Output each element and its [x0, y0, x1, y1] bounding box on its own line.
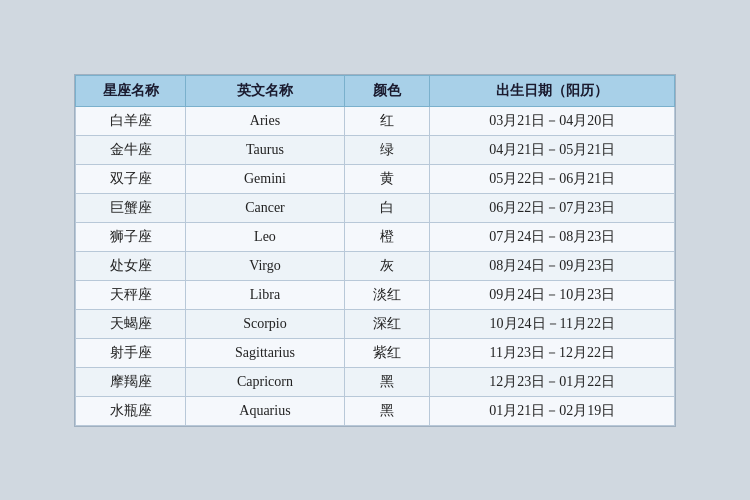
cell-english: Libra: [186, 280, 345, 309]
cell-chinese: 处女座: [76, 251, 186, 280]
cell-date: 09月24日－10月23日: [430, 280, 675, 309]
cell-date: 06月22日－07月23日: [430, 193, 675, 222]
table-row: 处女座Virgo灰08月24日－09月23日: [76, 251, 675, 280]
table-row: 双子座Gemini黄05月22日－06月21日: [76, 164, 675, 193]
cell-chinese: 狮子座: [76, 222, 186, 251]
header-chinese: 星座名称: [76, 75, 186, 106]
table-row: 射手座Sagittarius紫红11月23日－12月22日: [76, 338, 675, 367]
table-body: 白羊座Aries红03月21日－04月20日金牛座Taurus绿04月21日－0…: [76, 106, 675, 425]
table-header-row: 星座名称 英文名称 颜色 出生日期（阳历）: [76, 75, 675, 106]
cell-color: 黄: [344, 164, 430, 193]
cell-chinese: 水瓶座: [76, 396, 186, 425]
cell-english: Scorpio: [186, 309, 345, 338]
table-row: 天蝎座Scorpio深红10月24日－11月22日: [76, 309, 675, 338]
cell-chinese: 天蝎座: [76, 309, 186, 338]
cell-color: 黑: [344, 396, 430, 425]
cell-date: 05月22日－06月21日: [430, 164, 675, 193]
header-english: 英文名称: [186, 75, 345, 106]
cell-english: Sagittarius: [186, 338, 345, 367]
table-row: 天秤座Libra淡红09月24日－10月23日: [76, 280, 675, 309]
cell-english: Virgo: [186, 251, 345, 280]
zodiac-table-wrapper: 星座名称 英文名称 颜色 出生日期（阳历） 白羊座Aries红03月21日－04…: [74, 74, 676, 427]
header-color: 颜色: [344, 75, 430, 106]
header-date: 出生日期（阳历）: [430, 75, 675, 106]
table-row: 摩羯座Capricorn黑12月23日－01月22日: [76, 367, 675, 396]
cell-english: Aries: [186, 106, 345, 135]
cell-chinese: 双子座: [76, 164, 186, 193]
cell-color: 深红: [344, 309, 430, 338]
cell-chinese: 摩羯座: [76, 367, 186, 396]
cell-chinese: 天秤座: [76, 280, 186, 309]
cell-date: 10月24日－11月22日: [430, 309, 675, 338]
table-row: 水瓶座Aquarius黑01月21日－02月19日: [76, 396, 675, 425]
cell-color: 紫红: [344, 338, 430, 367]
cell-date: 01月21日－02月19日: [430, 396, 675, 425]
cell-color: 红: [344, 106, 430, 135]
cell-chinese: 射手座: [76, 338, 186, 367]
cell-chinese: 金牛座: [76, 135, 186, 164]
table-row: 巨蟹座Cancer白06月22日－07月23日: [76, 193, 675, 222]
cell-color: 灰: [344, 251, 430, 280]
zodiac-table: 星座名称 英文名称 颜色 出生日期（阳历） 白羊座Aries红03月21日－04…: [75, 75, 675, 426]
cell-date: 11月23日－12月22日: [430, 338, 675, 367]
cell-color: 橙: [344, 222, 430, 251]
table-row: 金牛座Taurus绿04月21日－05月21日: [76, 135, 675, 164]
cell-chinese: 白羊座: [76, 106, 186, 135]
cell-color: 淡红: [344, 280, 430, 309]
table-row: 狮子座Leo橙07月24日－08月23日: [76, 222, 675, 251]
cell-date: 08月24日－09月23日: [430, 251, 675, 280]
cell-english: Capricorn: [186, 367, 345, 396]
cell-english: Taurus: [186, 135, 345, 164]
cell-english: Gemini: [186, 164, 345, 193]
cell-date: 03月21日－04月20日: [430, 106, 675, 135]
cell-date: 07月24日－08月23日: [430, 222, 675, 251]
cell-english: Cancer: [186, 193, 345, 222]
cell-chinese: 巨蟹座: [76, 193, 186, 222]
table-row: 白羊座Aries红03月21日－04月20日: [76, 106, 675, 135]
cell-english: Aquarius: [186, 396, 345, 425]
cell-english: Leo: [186, 222, 345, 251]
cell-color: 黑: [344, 367, 430, 396]
cell-color: 白: [344, 193, 430, 222]
cell-date: 04月21日－05月21日: [430, 135, 675, 164]
cell-color: 绿: [344, 135, 430, 164]
cell-date: 12月23日－01月22日: [430, 367, 675, 396]
